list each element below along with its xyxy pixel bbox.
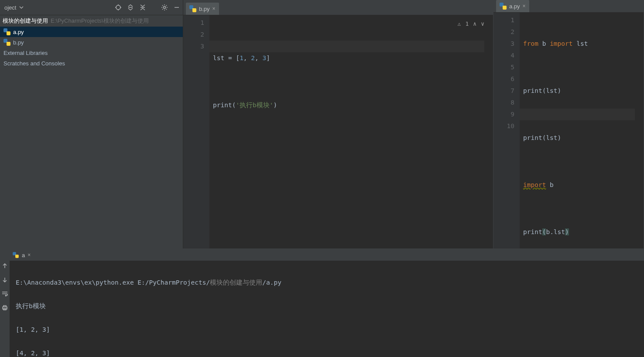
tree-item-label: External Libraries bbox=[3, 50, 48, 56]
python-file-icon bbox=[189, 5, 196, 12]
tree-file-b[interactable]: b.py bbox=[0, 37, 183, 48]
close-icon[interactable]: × bbox=[523, 3, 526, 9]
tree-file-a[interactable]: a.py bbox=[0, 27, 183, 37]
inspection-count: 1 bbox=[466, 18, 469, 30]
editor-tabbar-left: b.py × bbox=[183, 0, 493, 15]
project-tree: a.py b.py External Libraries Scratches a… bbox=[0, 27, 183, 248]
tree-item-label: a.py bbox=[13, 29, 24, 35]
expand-all-icon[interactable] bbox=[127, 4, 134, 11]
svg-rect-3 bbox=[3, 306, 6, 307]
editor-tab-b[interactable]: b.py × bbox=[186, 3, 219, 15]
print-icon[interactable] bbox=[1, 304, 8, 311]
tab-label: a.py bbox=[509, 3, 520, 10]
soft-wrap-icon[interactable] bbox=[1, 290, 8, 297]
project-root-name: 模块的创建与使用 bbox=[3, 17, 48, 25]
run-toolbar bbox=[0, 249, 10, 357]
next-warning-icon[interactable]: ∨ bbox=[481, 18, 484, 30]
run-tabbar: a × bbox=[10, 249, 644, 261]
run-tab-label: a bbox=[22, 252, 25, 258]
gear-icon[interactable] bbox=[161, 4, 168, 11]
warning-icon: ⚠ bbox=[458, 18, 461, 30]
editor-pane-a: a.py × 1 2 3 4 5 6 7 8 9 10 bbox=[493, 0, 644, 248]
minimize-icon[interactable] bbox=[173, 4, 180, 11]
tree-external-libraries[interactable]: External Libraries bbox=[0, 48, 183, 58]
tree-item-label: Scratches and Consoles bbox=[3, 60, 65, 67]
code-area-b[interactable]: 1 2 3 ⚠ 1 ∧ ∨ lst = [1, 2, 3] print('执行b… bbox=[183, 15, 493, 248]
chevron-down-icon[interactable] bbox=[18, 4, 25, 11]
python-file-icon bbox=[3, 28, 10, 35]
close-icon[interactable]: × bbox=[27, 252, 31, 258]
project-sidebar: oject bbox=[0, 0, 183, 248]
editor-tab-a[interactable]: a.py × bbox=[496, 0, 529, 12]
python-file-icon bbox=[3, 39, 10, 46]
project-root-path: E:\PyCharmProjects\模块的创建与使用 bbox=[51, 17, 149, 25]
down-arrow-icon[interactable] bbox=[1, 276, 8, 283]
gutter-a: 1 2 3 4 5 6 7 8 9 10 bbox=[493, 13, 520, 287]
editor-pane-b: b.py × 1 2 3 ⚠ 1 ∧ bbox=[183, 0, 493, 248]
editor-splitter: b.py × 1 2 3 ⚠ 1 ∧ bbox=[183, 0, 644, 248]
project-label: oject bbox=[4, 4, 16, 11]
tree-item-label: b.py bbox=[13, 39, 24, 46]
project-root-row[interactable]: 模块的创建与使用 E:\PyCharmProjects\模块的创建与使用 bbox=[0, 15, 183, 27]
close-icon[interactable]: × bbox=[212, 6, 216, 12]
code-a[interactable]: from b import lst print(lst) lst[0] = 4 … bbox=[520, 13, 644, 287]
project-sidebar-header: oject bbox=[0, 0, 183, 15]
inspection-widget[interactable]: ⚠ 1 ∧ ∨ bbox=[458, 18, 484, 30]
tab-label: b.py bbox=[199, 6, 210, 12]
prev-warning-icon[interactable]: ∧ bbox=[473, 18, 476, 30]
run-tool-window: a × E:\Anaconda3\envs\ex\python.exe E:/P… bbox=[0, 248, 644, 357]
code-b[interactable]: ⚠ 1 ∧ ∨ lst = [1, 2, 3] print('执行b模块') bbox=[209, 15, 493, 248]
run-output[interactable]: E:\Anaconda3\envs\ex\python.exe E:/PyCha… bbox=[10, 261, 644, 357]
svg-point-0 bbox=[116, 5, 120, 10]
run-tab-a[interactable]: a × bbox=[12, 252, 31, 258]
target-icon[interactable] bbox=[115, 4, 122, 11]
up-arrow-icon[interactable] bbox=[1, 262, 8, 269]
editor-tabbar-right: a.py × bbox=[493, 0, 644, 13]
collapse-all-icon[interactable] bbox=[139, 4, 146, 11]
svg-point-1 bbox=[164, 7, 166, 9]
python-file-icon bbox=[500, 3, 507, 10]
code-area-a[interactable]: 1 2 3 4 5 6 7 8 9 10 from b import lst p… bbox=[493, 13, 644, 287]
tree-scratches[interactable]: Scratches and Consoles bbox=[0, 58, 183, 68]
python-file-icon bbox=[13, 252, 19, 258]
gutter-b: 1 2 3 bbox=[183, 15, 209, 248]
